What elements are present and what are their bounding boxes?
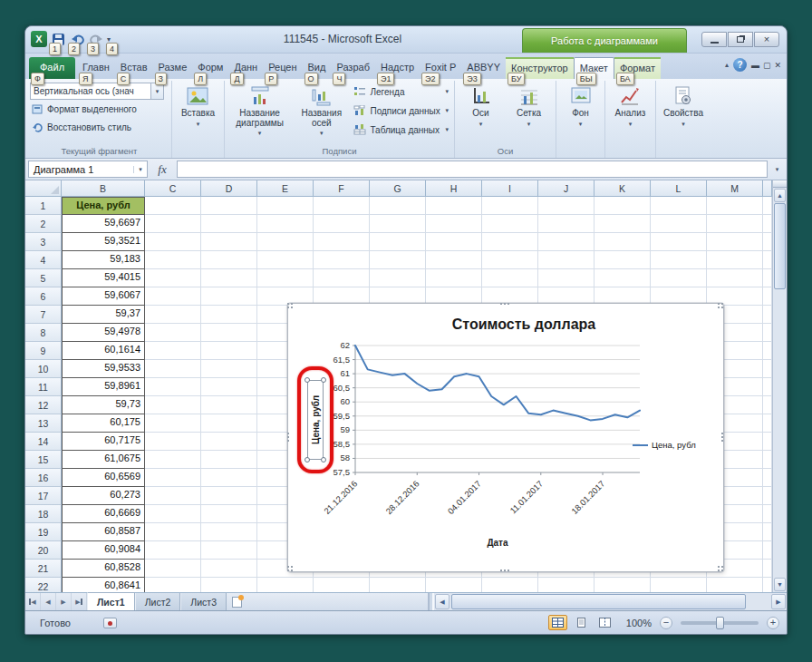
cell-H5[interactable]	[426, 269, 482, 287]
chart-title[interactable]: Стоимость доллара	[343, 316, 705, 333]
cell-L22[interactable]	[651, 578, 707, 592]
cell-B2[interactable]: 59,6697	[62, 215, 145, 233]
cell-K4[interactable]	[594, 251, 651, 269]
row-header-16[interactable]: 16	[25, 469, 62, 487]
data-labels-button[interactable]: Подписи данных ▾	[351, 102, 451, 120]
row-header-7[interactable]: 7	[25, 306, 62, 324]
row-header-1[interactable]: 1	[25, 197, 62, 215]
vertical-scrollbar[interactable]: ▲ ▼	[772, 180, 787, 592]
row-header-6[interactable]: 6	[25, 287, 62, 306]
horizontal-scrollbar[interactable]: ◀ ▶	[434, 593, 787, 610]
cell-I3[interactable]	[482, 233, 538, 251]
reset-style-button[interactable]: Восстановить стиль	[30, 119, 169, 136]
restore-button[interactable]	[728, 32, 753, 47]
cell-G3[interactable]	[370, 233, 426, 251]
cell-D17[interactable]	[201, 487, 257, 505]
cell-G2[interactable]	[370, 215, 426, 233]
zoom-out-button[interactable]: −	[660, 617, 672, 629]
row-header-11[interactable]: 11	[25, 378, 62, 396]
cell-C19[interactable]	[145, 523, 201, 541]
tab-Макет[interactable]: МакетБЫ	[574, 57, 614, 79]
cell-B8[interactable]: 59,4978	[62, 324, 145, 342]
row-header-18[interactable]: 18	[25, 505, 62, 523]
formula-input[interactable]	[177, 161, 768, 178]
cell-J22[interactable]	[538, 578, 594, 592]
cell-D1[interactable]	[201, 197, 257, 215]
cell-C20[interactable]	[145, 541, 201, 560]
cell-M22[interactable]	[707, 578, 763, 592]
chart-object[interactable]: 57,55858,55959,56060,56161,56221.12.2016…	[287, 303, 724, 572]
cell-I1[interactable]	[482, 197, 538, 215]
cell-D2[interactable]	[201, 215, 257, 233]
cell-C2[interactable]	[145, 215, 201, 233]
scroll-right-button[interactable]: ▶	[771, 594, 786, 609]
cell-F4[interactable]	[314, 251, 370, 269]
row-header-5[interactable]: 5	[25, 269, 62, 287]
cell-K22[interactable]	[594, 578, 651, 592]
cell-I22[interactable]	[482, 578, 538, 592]
scroll-down-button[interactable]: ▼	[774, 578, 786, 591]
zoom-level[interactable]: 100%	[626, 618, 652, 628]
row-header-17[interactable]: 17	[25, 487, 62, 505]
cell-D11[interactable]	[201, 378, 257, 396]
gridlines-button[interactable]: Сетка ▾	[506, 83, 553, 145]
cell-B13[interactable]: 60,175	[62, 414, 145, 433]
cell-D14[interactable]	[201, 433, 257, 451]
collapse-ribbon-icon[interactable]: ▴	[725, 61, 729, 69]
tab-Встав[interactable]: ВставС	[115, 57, 153, 79]
cell-B22[interactable]: 60,8641	[62, 578, 145, 592]
cell-F5[interactable]	[314, 269, 370, 287]
zoom-slider-thumb[interactable]	[716, 617, 724, 629]
cell-E3[interactable]	[257, 233, 314, 251]
analysis-button[interactable]: Анализ ▾	[613, 83, 649, 145]
cell-B9[interactable]: 60,1614	[62, 342, 145, 360]
row-header-21[interactable]: 21	[25, 560, 62, 578]
column-header-K[interactable]: K	[594, 180, 651, 197]
tab-Разме[interactable]: РазмеЗ	[153, 57, 193, 79]
cell-J1[interactable]	[538, 197, 594, 215]
tab-Файл[interactable]: ФайлФ	[29, 57, 75, 79]
cell-B3[interactable]: 59,3521	[62, 233, 145, 251]
cell-B15[interactable]: 61,0675	[62, 451, 145, 469]
tab-Рецен[interactable]: РеценР	[263, 57, 302, 79]
cell-D5[interactable]	[201, 269, 257, 287]
normal-view-button[interactable]	[548, 615, 567, 630]
cell-B16[interactable]: 60,6569	[62, 469, 145, 487]
cell-B12[interactable]: 59,73	[62, 396, 145, 414]
cell-B11[interactable]: 59,8961	[62, 378, 145, 396]
sheet-tab-Лист3[interactable]: Лист3	[180, 593, 227, 610]
column-header-M[interactable]: M	[707, 180, 763, 197]
vertical-split-handle[interactable]	[773, 180, 787, 188]
cell-B14[interactable]: 60,7175	[62, 433, 145, 451]
cell-D20[interactable]	[201, 541, 257, 560]
row-header-15[interactable]: 15	[25, 451, 62, 469]
cell-D18[interactable]	[201, 505, 257, 523]
cell-C18[interactable]	[145, 505, 201, 523]
cell-F22[interactable]	[314, 578, 370, 592]
workbook-minimize-icon[interactable]: ▬	[751, 61, 759, 70]
row-header-13[interactable]: 13	[25, 414, 62, 433]
selection-handle[interactable]	[321, 457, 326, 462]
cell-B20[interactable]: 60,9084	[62, 541, 145, 560]
selection-handle[interactable]	[304, 457, 310, 462]
cell-E4[interactable]	[257, 251, 314, 269]
cell-C1[interactable]	[145, 197, 201, 215]
row-header-20[interactable]: 20	[25, 541, 62, 560]
cell-F1[interactable]	[314, 197, 370, 215]
minimize-button[interactable]	[701, 32, 727, 47]
cell-J2[interactable]	[538, 215, 594, 233]
tab-scroll-splitter[interactable]	[428, 593, 434, 610]
tab-Вид[interactable]: ВидО	[303, 57, 332, 79]
cell-G4[interactable]	[370, 251, 426, 269]
row-header-2[interactable]: 2	[25, 215, 62, 233]
row-header-22[interactable]: 22	[25, 578, 62, 592]
cell-K1[interactable]	[594, 197, 651, 215]
insert-sheet-button[interactable]	[227, 593, 248, 610]
cell-J4[interactable]	[538, 251, 594, 269]
cell-M5[interactable]	[707, 269, 763, 287]
row-header-3[interactable]: 3	[25, 233, 62, 251]
page-layout-view-button[interactable]	[572, 615, 591, 630]
sheet-tab-Лист1[interactable]: Лист1	[87, 592, 135, 610]
chevron-down-icon[interactable]: ▾	[133, 166, 147, 173]
first-sheet-button[interactable]: ◀	[25, 593, 41, 610]
